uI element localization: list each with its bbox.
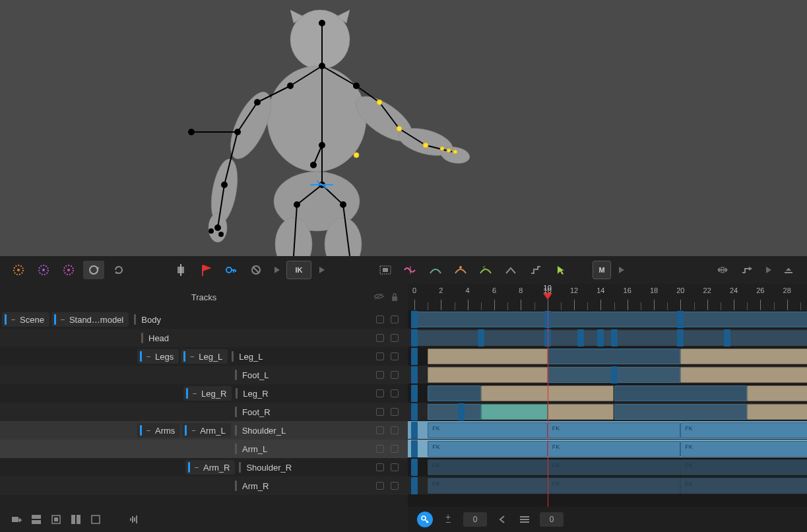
cycle-tool-icon[interactable] [83, 261, 104, 279]
m-button[interactable]: M [593, 261, 611, 279]
clip[interactable] [428, 385, 481, 401]
timeline-row[interactable] [408, 310, 807, 329]
curve-2-icon[interactable] [450, 261, 471, 279]
svg-point-35 [311, 162, 316, 168]
clip[interactable] [747, 404, 807, 420]
audio-icon[interactable] [127, 512, 141, 527]
tracks-tree[interactable]: −Scene −Stand…model Body Head −Legs −Leg… [0, 310, 408, 507]
marker-tool-icon[interactable] [170, 261, 191, 279]
clip[interactable] [614, 385, 748, 401]
list-icon[interactable] [517, 512, 532, 527]
disable-tool-icon[interactable] [245, 261, 267, 279]
clip[interactable]: FK [428, 422, 548, 438]
clip[interactable] [680, 349, 807, 364]
timeline-row[interactable] [408, 366, 807, 384]
timeline-row[interactable]: FKFKFK [408, 458, 807, 477]
svg-point-47 [354, 152, 359, 158]
frame-a[interactable]: 0 [463, 512, 487, 527]
play-small-2-icon[interactable] [315, 261, 327, 279]
step-icon[interactable] [525, 261, 546, 279]
clip[interactable] [548, 404, 614, 420]
track-row-leg-r[interactable]: −Leg_R Leg_R [0, 384, 408, 403]
mask-tool-1-icon[interactable] [8, 261, 29, 279]
clip[interactable] [614, 404, 748, 420]
play-small-icon[interactable] [271, 261, 282, 279]
lock-icon[interactable] [391, 292, 399, 302]
clip[interactable]: FK [680, 478, 807, 494]
timeline-row[interactable]: FKFKFK [408, 440, 807, 458]
clip[interactable]: FK [680, 422, 807, 438]
cursor-icon[interactable] [550, 261, 571, 279]
clip[interactable]: FK [548, 459, 681, 475]
track-row-foot-l[interactable]: Foot_L [0, 366, 408, 384]
track-row-foot-r[interactable]: Foot_R [0, 403, 408, 421]
play-small-3-icon[interactable] [615, 261, 627, 279]
wave-icon[interactable] [400, 261, 421, 279]
frame-b[interactable]: 0 [540, 512, 564, 527]
track-row-leg-l[interactable]: −Legs −Leg_L Leg_L [0, 347, 408, 366]
clip[interactable] [548, 349, 681, 364]
clip[interactable]: FK [548, 441, 681, 457]
mask-tool-2-icon[interactable] [33, 261, 54, 279]
linear-icon[interactable] [500, 261, 521, 279]
layout-3-icon[interactable] [69, 512, 83, 527]
stretch-h-icon[interactable] [712, 261, 733, 279]
timeline-row[interactable] [408, 347, 807, 366]
clip[interactable]: FK [548, 422, 681, 438]
timeline-rows[interactable]: FKFKFKFKFKFKFKFKFKFKFKFK [408, 310, 807, 507]
flag-tool-icon[interactable] [195, 261, 216, 279]
clip[interactable] [481, 404, 548, 420]
tracks-footer [0, 507, 408, 532]
svg-point-59 [67, 269, 70, 271]
clip[interactable]: FK [680, 459, 807, 475]
add-sub-icon[interactable]: +− [441, 512, 455, 527]
svg-point-30 [319, 63, 325, 69]
clip[interactable]: FK [428, 478, 548, 494]
clip[interactable]: FK [428, 441, 548, 457]
3d-viewport[interactable] [0, 0, 807, 256]
clip[interactable]: FK [680, 441, 807, 457]
timeline-row[interactable] [408, 384, 807, 403]
timeline-row[interactable]: FKFKFK [408, 477, 807, 495]
clip[interactable]: FK [548, 478, 681, 494]
timeline-row[interactable] [408, 403, 807, 421]
add-track-icon[interactable] [9, 512, 24, 527]
clip[interactable] [680, 367, 807, 383]
layout-1-icon[interactable] [29, 512, 44, 527]
timeline-footer: +− 0 0 [408, 507, 807, 532]
refresh-tool-icon[interactable] [108, 261, 129, 279]
mask-tool-3-icon[interactable] [58, 261, 79, 279]
timeline-ruler[interactable]: 02468101214161820222426283010 [408, 284, 807, 310]
clip[interactable] [414, 312, 807, 327]
svg-rect-83 [130, 518, 131, 521]
clip[interactable] [428, 349, 548, 364]
play-small-4-icon[interactable] [762, 261, 774, 279]
track-row-shoulder-r[interactable]: −Arm_R Shoulder_R [0, 458, 408, 477]
key-tool-icon[interactable] [220, 261, 242, 279]
svg-point-46 [397, 126, 402, 131]
track-row-body[interactable]: −Scene −Stand…model Body [0, 310, 408, 329]
curve-1-icon[interactable] [425, 261, 446, 279]
autokey-button[interactable] [417, 512, 433, 527]
layout-2-icon[interactable] [49, 512, 63, 527]
track-row-shoulder-l[interactable]: −Arms −Arm_L Shoulder_L [0, 421, 408, 440]
track-row-arm-l[interactable]: Arm_L [0, 440, 408, 458]
selection-rect-icon[interactable] [375, 261, 396, 279]
visibility-icon[interactable] [373, 292, 384, 302]
timeline-row[interactable] [408, 329, 807, 347]
curve-3-icon[interactable]: c [475, 261, 496, 279]
clip[interactable]: FK [428, 459, 548, 475]
ik-button[interactable]: IK [286, 261, 311, 279]
layout-4-icon[interactable] [88, 512, 103, 527]
clip[interactable] [747, 385, 807, 401]
step-next-icon[interactable] [737, 261, 758, 279]
track-row-head[interactable]: Head [0, 329, 408, 347]
clip[interactable] [428, 404, 481, 420]
track-row-arm-r[interactable]: Arm_R [0, 477, 408, 495]
clip[interactable] [428, 367, 548, 383]
svg-point-39 [215, 225, 220, 230]
timeline-row[interactable]: FKFKFK [408, 421, 807, 440]
prev-icon[interactable] [495, 512, 509, 527]
svg-line-65 [253, 267, 259, 273]
collapse-up-icon[interactable] [778, 261, 799, 279]
